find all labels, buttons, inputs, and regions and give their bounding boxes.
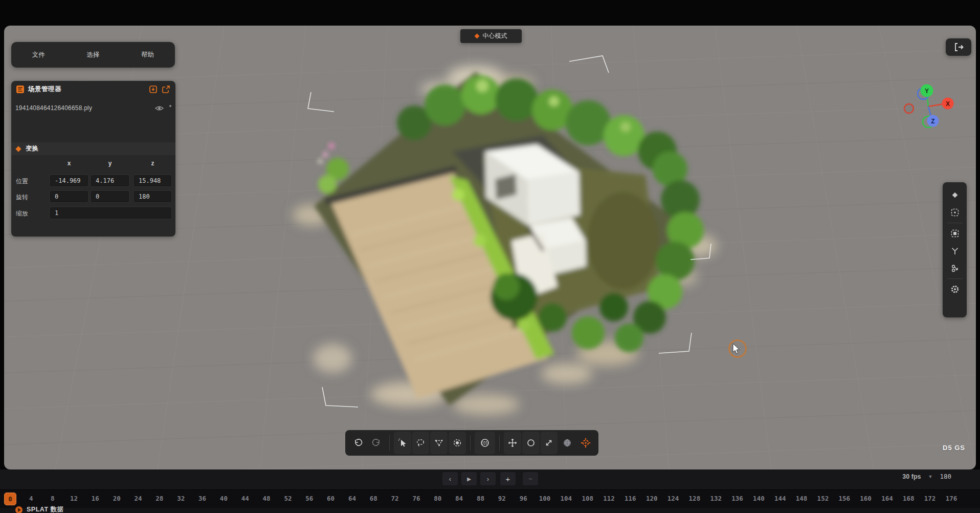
frame-label[interactable]: 72: [391, 495, 399, 502]
play-button[interactable]: ▶: [461, 472, 477, 485]
frame-label[interactable]: 164: [881, 495, 893, 502]
frame-label[interactable]: 108: [582, 495, 593, 502]
frame-label[interactable]: 148: [796, 495, 808, 502]
position-z-field[interactable]: [134, 175, 171, 186]
frame-label[interactable]: 4: [29, 495, 33, 502]
frame-label[interactable]: 120: [646, 495, 658, 502]
cursor-select-button[interactable]: [394, 432, 411, 454]
scale-field[interactable]: [50, 207, 171, 219]
frame-label[interactable]: 28: [155, 495, 163, 502]
frame-label[interactable]: 124: [667, 495, 679, 502]
frame-label[interactable]: 32: [177, 495, 185, 502]
select-region-button[interactable]: [946, 204, 964, 221]
frame-label[interactable]: 56: [305, 495, 313, 502]
frame-label[interactable]: 24: [135, 495, 142, 502]
splat-file-row[interactable]: 1941408464126406658.ply: [11, 100, 175, 116]
gizmo-z-handle[interactable]: Z: [927, 115, 939, 127]
frame-label[interactable]: 60: [327, 495, 335, 502]
center-target-icon: [580, 437, 591, 448]
frame-label[interactable]: 44: [241, 495, 249, 502]
total-frames-field[interactable]: 180: [940, 473, 951, 480]
frame-label[interactable]: 68: [370, 495, 377, 502]
center-target-button[interactable]: [577, 432, 594, 454]
frame-label[interactable]: 176: [946, 495, 957, 502]
frame-label[interactable]: 104: [561, 495, 572, 502]
add-key-button[interactable]: +: [500, 472, 516, 485]
prev-frame-button[interactable]: ‹: [442, 472, 458, 485]
current-frame-badge[interactable]: 0: [4, 493, 16, 505]
axis-gizmo[interactable]: Y X Z: [893, 72, 974, 133]
rotation-x-field[interactable]: [50, 191, 88, 202]
frame-label[interactable]: 152: [817, 495, 829, 502]
logout-icon: [953, 42, 964, 52]
rotation-y-field[interactable]: [91, 191, 129, 202]
lasso-button[interactable]: [412, 432, 430, 454]
sphere-tool-button[interactable]: [475, 432, 495, 454]
menu-item-select[interactable]: 选择: [86, 51, 99, 59]
frame-label[interactable]: 16: [92, 495, 99, 502]
frame-label[interactable]: 132: [710, 495, 722, 502]
position-y-field[interactable]: [91, 175, 129, 186]
undo-button[interactable]: [349, 432, 367, 454]
crop-box-button[interactable]: [946, 225, 964, 242]
frame-label[interactable]: 84: [455, 495, 463, 502]
globe-button[interactable]: [559, 432, 576, 454]
frame-label[interactable]: 8: [51, 495, 55, 502]
chevron-down-icon[interactable]: ▼: [928, 474, 933, 479]
gizmo-y-handle[interactable]: Y: [921, 84, 933, 97]
frame-label[interactable]: 20: [113, 495, 121, 502]
scale-tool-button[interactable]: [541, 432, 558, 454]
link-nodes-button[interactable]: [946, 260, 964, 277]
frame-label[interactable]: 52: [284, 495, 292, 502]
menu-item-file[interactable]: 文件: [32, 51, 45, 59]
dock-panel-icon[interactable]: [149, 85, 158, 94]
frame-label[interactable]: 168: [903, 495, 915, 502]
polygon-lasso-button[interactable]: [430, 432, 448, 454]
axis-tripod-button[interactable]: [946, 242, 964, 260]
diamond-tool-button[interactable]: [946, 186, 964, 204]
frame-ruler[interactable]: 0 48121620242832364044485256606468727680…: [0, 489, 980, 508]
frame-label[interactable]: 160: [860, 495, 872, 502]
redo-button[interactable]: [368, 432, 385, 454]
splat-icon: [15, 506, 23, 513]
frame-label[interactable]: 76: [412, 495, 420, 502]
exit-button[interactable]: [946, 38, 971, 56]
frame-label[interactable]: 116: [625, 495, 636, 502]
frame-label[interactable]: 100: [539, 495, 551, 502]
frame-label[interactable]: 112: [603, 495, 615, 502]
lock-dot-icon[interactable]: [169, 105, 171, 107]
frame-label[interactable]: 136: [731, 495, 743, 502]
frame-label[interactable]: 88: [477, 495, 484, 502]
rotate-tool-button[interactable]: [522, 432, 540, 454]
frame-label[interactable]: 128: [689, 495, 701, 502]
frame-label[interactable]: 48: [263, 495, 271, 502]
fps-dropdown[interactable]: 30 fps: [902, 473, 921, 480]
eye-icon[interactable]: [154, 104, 164, 112]
splat-data-chip[interactable]: SPLAT 数据: [15, 505, 64, 513]
remove-key-button[interactable]: −: [523, 472, 538, 485]
frame-label[interactable]: 36: [198, 495, 206, 502]
frame-label[interactable]: 172: [924, 495, 936, 502]
frame-label[interactable]: 12: [70, 495, 78, 502]
next-frame-button[interactable]: ›: [480, 472, 496, 485]
transform-section-header[interactable]: 变换: [11, 142, 175, 155]
scene-manager-icon: [16, 86, 24, 93]
ellipse-select-button[interactable]: [449, 432, 466, 454]
gizmo-x-handle[interactable]: X: [942, 98, 954, 110]
frame-label[interactable]: 96: [520, 495, 527, 502]
menu-item-help[interactable]: 帮助: [141, 51, 154, 59]
frame-label[interactable]: 144: [774, 495, 786, 502]
frame-label[interactable]: 156: [838, 495, 850, 502]
gizmo-neg-x-handle[interactable]: [904, 104, 914, 113]
frame-label[interactable]: 80: [434, 495, 441, 502]
open-external-icon[interactable]: [162, 85, 170, 94]
rotation-z-field[interactable]: [134, 191, 171, 202]
settings-button[interactable]: [946, 281, 964, 298]
frame-label[interactable]: 64: [348, 495, 356, 502]
move-tool-button[interactable]: [504, 432, 521, 454]
frame-label[interactable]: 92: [498, 495, 506, 502]
frame-label[interactable]: 140: [753, 495, 765, 502]
frame-label[interactable]: 40: [220, 495, 228, 502]
position-x-field[interactable]: [50, 175, 88, 186]
lasso-icon: [415, 438, 426, 448]
